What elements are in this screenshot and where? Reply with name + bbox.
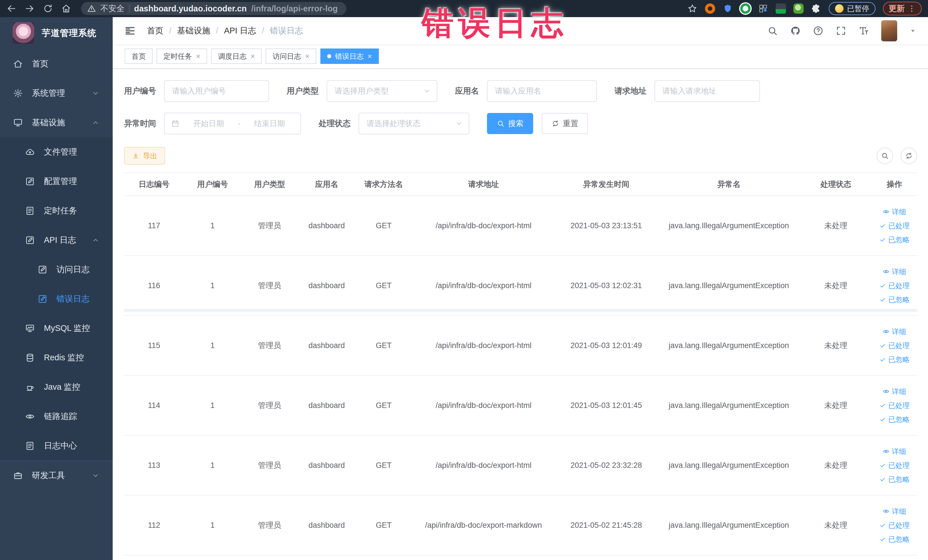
close-icon[interactable]: × bbox=[305, 52, 309, 60]
sidebar-item-MySQL-监控[interactable]: MySQL 监控 bbox=[0, 314, 113, 343]
sidebar-item-文件管理[interactable]: 文件管理 bbox=[0, 137, 113, 166]
sidebar-item-label: 文件管理 bbox=[44, 146, 77, 158]
cell-app: dashboard bbox=[298, 281, 355, 290]
processed-link[interactable]: 已处理 bbox=[879, 341, 910, 350]
detail-link[interactable]: 详细 bbox=[883, 267, 906, 276]
refresh-table-button[interactable] bbox=[901, 148, 917, 164]
action-label: 已处理 bbox=[888, 520, 910, 530]
breadcrumb-item[interactable]: 首页 bbox=[147, 25, 163, 37]
close-icon[interactable]: × bbox=[368, 52, 372, 60]
app-logo-row[interactable]: 芋道管理系统 bbox=[0, 17, 113, 49]
breadcrumb: 首页基础设施API 日志错误日志 bbox=[147, 25, 303, 37]
close-icon[interactable]: × bbox=[196, 52, 200, 60]
cell-user_id: 1 bbox=[184, 221, 241, 230]
address-bar[interactable]: 不安全 dashboard.yudao.iocoder.cn/infra/log… bbox=[81, 2, 346, 15]
sidebar-item-基础设施[interactable]: 基础设施 bbox=[0, 108, 113, 137]
sidebar-item-链路追踪[interactable]: 链路追踪 bbox=[0, 402, 113, 431]
bookmark-star-icon[interactable] bbox=[687, 3, 698, 14]
browser-home-icon[interactable] bbox=[61, 3, 71, 14]
sidebar-item-定时任务[interactable]: 定时任务 bbox=[0, 196, 113, 225]
tab-访问日志[interactable]: 访问日志× bbox=[266, 49, 316, 64]
tab-首页[interactable]: 首页 bbox=[125, 49, 153, 64]
detail-link[interactable]: 详细 bbox=[883, 327, 906, 336]
font-size-icon[interactable] bbox=[858, 25, 869, 36]
ignored-link[interactable]: 已忽略 bbox=[879, 475, 910, 484]
search-icon bbox=[497, 119, 505, 128]
fullscreen-icon[interactable] bbox=[836, 25, 846, 36]
browser-reload-icon[interactable] bbox=[43, 3, 53, 14]
sidebar-item-研发工具[interactable]: 研发工具 bbox=[0, 461, 113, 490]
detail-link[interactable]: 详细 bbox=[883, 207, 906, 217]
check-icon bbox=[879, 342, 886, 349]
collapse-sidebar-icon[interactable] bbox=[124, 25, 136, 37]
search-button[interactable]: 搜索 bbox=[487, 113, 533, 134]
sidebar-item-访问日志[interactable]: 访问日志 bbox=[0, 255, 113, 284]
cell-actions: 详细已处理已忽略 bbox=[872, 387, 917, 424]
detail-link[interactable]: 详细 bbox=[883, 447, 906, 456]
search-icon[interactable] bbox=[767, 25, 778, 36]
ignored-link[interactable]: 已忽略 bbox=[879, 355, 910, 364]
sidebar-item-错误日志[interactable]: 错误日志 bbox=[0, 284, 113, 314]
extension-green-circle-icon[interactable] bbox=[740, 3, 751, 14]
browser-back-icon[interactable] bbox=[6, 3, 17, 14]
browser-update-button[interactable]: 更新 bbox=[883, 2, 922, 15]
export-button[interactable]: 导出 bbox=[124, 147, 165, 165]
sidebar-item-日志中心[interactable]: 日志中心 bbox=[0, 431, 113, 461]
ignored-link[interactable]: 已忽略 bbox=[879, 295, 910, 304]
github-icon[interactable] bbox=[790, 25, 801, 36]
sidebar-item-Redis-监控[interactable]: Redis 监控 bbox=[0, 343, 113, 372]
browser-forward-icon[interactable] bbox=[24, 3, 35, 14]
request-url-input[interactable] bbox=[655, 80, 760, 102]
sidebar-item-API-日志[interactable]: API 日志 bbox=[0, 225, 113, 255]
column-header: 用户编号 bbox=[184, 179, 241, 189]
action-label: 详细 bbox=[892, 447, 906, 456]
processed-link[interactable]: 已处理 bbox=[879, 520, 910, 530]
sidebar-item-配置管理[interactable]: 配置管理 bbox=[0, 166, 113, 196]
detail-link[interactable]: 详细 bbox=[883, 387, 906, 396]
detail-link[interactable]: 详细 bbox=[883, 507, 906, 516]
user-id-input[interactable] bbox=[164, 80, 269, 102]
app-window: 芋道管理系统 首页系统管理基础设施文件管理配置管理定时任务API 日志访问日志错… bbox=[0, 17, 928, 560]
extension-orange-icon[interactable] bbox=[705, 3, 715, 14]
sidebar-item-系统管理[interactable]: 系统管理 bbox=[0, 78, 113, 108]
help-icon[interactable] bbox=[813, 25, 824, 36]
tab-错误日志[interactable]: 错误日志× bbox=[321, 49, 379, 64]
date-end-placeholder[interactable]: 结束日期 bbox=[245, 118, 295, 129]
process-status-select[interactable]: 请选择处理状态 bbox=[359, 113, 469, 134]
ignored-link[interactable]: 已忽略 bbox=[879, 235, 910, 244]
reset-button[interactable]: 重置 bbox=[542, 113, 588, 134]
breadcrumb-item[interactable]: API 日志 bbox=[210, 25, 256, 37]
cell-status: 未处理 bbox=[800, 340, 872, 351]
request-url-label: 请求地址 bbox=[615, 85, 646, 96]
processed-link[interactable]: 已处理 bbox=[879, 461, 910, 470]
date-range-picker[interactable]: 开始日期 - 结束日期 bbox=[164, 113, 301, 134]
ignored-link[interactable]: 已忽略 bbox=[879, 535, 910, 544]
user-menu-caret-icon[interactable] bbox=[909, 27, 917, 35]
paused-label: 已暂停 bbox=[847, 4, 869, 14]
show-search-toggle-button[interactable] bbox=[877, 148, 893, 164]
processed-link[interactable]: 已处理 bbox=[879, 221, 910, 230]
close-icon[interactable]: × bbox=[250, 52, 255, 60]
extension-shield-icon[interactable] bbox=[723, 3, 733, 14]
extensions-puzzle-icon[interactable] bbox=[811, 3, 821, 14]
tab-调度日志[interactable]: 调度日志× bbox=[211, 49, 262, 64]
user-avatar[interactable] bbox=[881, 20, 897, 41]
extension-grid-icon[interactable] bbox=[758, 3, 768, 14]
cell-actions: 详细已处理已忽略 bbox=[872, 207, 917, 244]
profile-paused-badge[interactable]: 已暂停 bbox=[829, 2, 876, 15]
extension-sprout-icon[interactable] bbox=[793, 3, 804, 14]
more-vertical-icon[interactable] bbox=[907, 4, 916, 13]
sidebar-item-Java-监控[interactable]: Java 监控 bbox=[0, 372, 113, 402]
tab-定时任务[interactable]: 定时任务× bbox=[157, 49, 207, 64]
chart-monitor-icon bbox=[25, 323, 35, 333]
processed-link[interactable]: 已处理 bbox=[879, 281, 910, 290]
breadcrumb-item[interactable]: 基础设施 bbox=[163, 25, 210, 37]
table-row: 1171管理员dashboardGET/api/infra/db-doc/exp… bbox=[124, 196, 917, 256]
extension-on-badge-icon[interactable] bbox=[776, 3, 786, 14]
sidebar-item-首页[interactable]: 首页 bbox=[0, 49, 113, 78]
app-name-input[interactable] bbox=[487, 80, 597, 102]
user-type-select[interactable]: 请选择用户类型 bbox=[327, 80, 437, 102]
date-start-placeholder[interactable]: 开始日期 bbox=[184, 118, 234, 129]
processed-link[interactable]: 已处理 bbox=[879, 401, 910, 410]
ignored-link[interactable]: 已忽略 bbox=[879, 415, 910, 424]
